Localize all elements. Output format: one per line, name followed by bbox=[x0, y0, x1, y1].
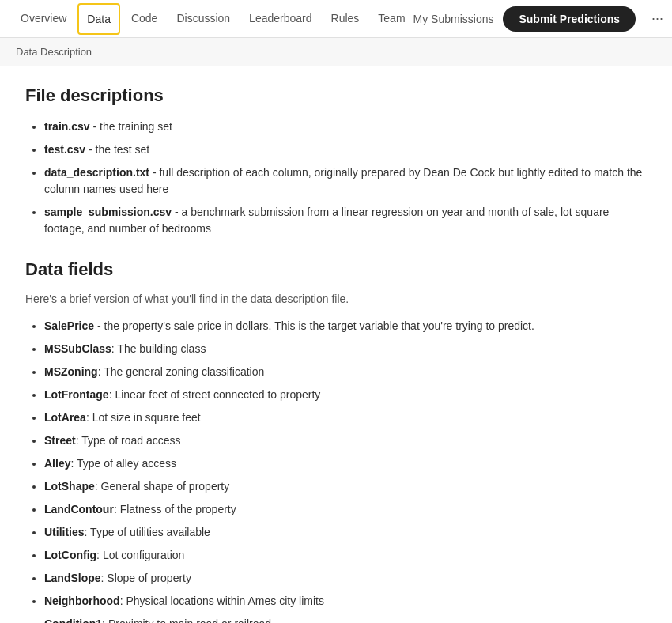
file-name: data_description.txt bbox=[44, 166, 149, 179]
list-item: Condition1: Proximity to main road or ra… bbox=[44, 616, 647, 623]
list-item: LotArea: Lot size in square feet bbox=[44, 410, 647, 426]
field-description: Flatness of the property bbox=[120, 503, 236, 515]
tab-code[interactable]: Code bbox=[123, 1, 165, 37]
file-separator: - bbox=[89, 143, 96, 156]
list-item: Street: Type of road access bbox=[44, 432, 647, 449]
field-name: LotFrontage bbox=[44, 388, 109, 401]
tab-team[interactable]: Team bbox=[370, 1, 413, 37]
field-name: MSSubClass bbox=[44, 342, 111, 355]
list-item: sample_submission.csv - a benchmark subm… bbox=[44, 204, 647, 237]
field-description: Type of road access bbox=[81, 434, 180, 447]
nav-tabs: Overview Data Code Discussion Leaderboar… bbox=[13, 1, 413, 37]
nav-bar: Overview Data Code Discussion Leaderboar… bbox=[0, 0, 672, 38]
field-description: The general zoning classification bbox=[104, 365, 264, 378]
list-item: LotFrontage: Linear feet of street conne… bbox=[44, 387, 647, 403]
field-name: Neighborhood bbox=[44, 595, 120, 607]
field-description: Linear feet of street connected to prope… bbox=[115, 388, 320, 401]
file-name: sample_submission.csv bbox=[44, 206, 172, 218]
field-name: Street bbox=[44, 434, 76, 447]
file-description: the training set bbox=[100, 120, 172, 133]
data-fields-heading: Data fields bbox=[25, 259, 647, 280]
list-item: SalePrice - the property's sale price in… bbox=[44, 318, 647, 334]
field-name: LandContour bbox=[44, 503, 114, 515]
list-item: LandContour: Flatness of the property bbox=[44, 501, 647, 518]
field-description: Lot size in square feet bbox=[92, 411, 201, 424]
field-name: MSZoning bbox=[44, 365, 98, 378]
field-description: the property's sale price in dollars. Th… bbox=[104, 319, 534, 332]
my-submissions-link[interactable]: My Submissions bbox=[413, 13, 494, 25]
file-descriptions-heading: File descriptions bbox=[25, 85, 647, 106]
field-description: The building class bbox=[117, 342, 206, 355]
list-item: LandSlope: Slope of property bbox=[44, 570, 647, 587]
field-description: Physical locations within Ames city limi… bbox=[126, 595, 324, 607]
tab-rules[interactable]: Rules bbox=[323, 1, 368, 37]
list-item: MSSubClass: The building class bbox=[44, 341, 647, 357]
tab-data[interactable]: Data bbox=[77, 3, 120, 35]
main-content: File descriptions train.csv - the traini… bbox=[0, 66, 672, 623]
submit-predictions-button[interactable]: Submit Predictions bbox=[503, 6, 636, 32]
field-name: Condition1 bbox=[44, 617, 102, 623]
field-name: SalePrice bbox=[44, 319, 94, 332]
field-name: LotArea bbox=[44, 411, 86, 424]
list-item: data_description.txt - full description … bbox=[44, 164, 647, 198]
file-name: test.csv bbox=[44, 143, 85, 156]
tab-discussion[interactable]: Discussion bbox=[168, 1, 238, 37]
more-options-button[interactable]: ··· bbox=[645, 7, 670, 30]
tab-leaderboard[interactable]: Leaderboard bbox=[241, 1, 319, 37]
field-description: Type of alley access bbox=[77, 457, 176, 470]
tab-overview[interactable]: Overview bbox=[13, 1, 74, 37]
section-label-bar: Data Description bbox=[0, 38, 672, 66]
list-item: Alley: Type of alley access bbox=[44, 455, 647, 472]
list-item: Neighborhood: Physical locations within … bbox=[44, 593, 647, 610]
field-name: LotShape bbox=[44, 480, 95, 493]
list-item: train.csv - the training set bbox=[44, 119, 647, 135]
file-description: the test set bbox=[96, 143, 149, 156]
field-description: Lot configuration bbox=[103, 549, 185, 561]
field-description: Proximity to main road or railroad bbox=[108, 617, 271, 623]
list-item: LotConfig: Lot configuration bbox=[44, 547, 647, 564]
field-name: LandSlope bbox=[44, 572, 101, 584]
file-separator: - bbox=[175, 206, 182, 218]
file-separator: - bbox=[92, 120, 100, 133]
section-label: Data Description bbox=[16, 46, 92, 58]
field-description: General shape of property bbox=[101, 480, 230, 493]
data-fields-list: SalePrice - the property's sale price in… bbox=[25, 318, 647, 623]
field-name: LotConfig bbox=[44, 549, 96, 561]
list-item: Utilities: Type of utilities available bbox=[44, 524, 647, 541]
field-name: Alley bbox=[44, 457, 70, 470]
field-name: Utilities bbox=[44, 526, 85, 538]
file-descriptions-list: train.csv - the training set test.csv - … bbox=[25, 119, 647, 237]
data-fields-intro: Here's a brief version of what you'll fi… bbox=[25, 293, 647, 305]
file-name: train.csv bbox=[44, 120, 90, 133]
field-description: Type of utilities available bbox=[90, 526, 210, 538]
list-item: MSZoning: The general zoning classificat… bbox=[44, 364, 647, 380]
field-description: Slope of property bbox=[107, 572, 191, 584]
nav-right: My Submissions Submit Predictions ··· bbox=[413, 6, 670, 32]
list-item: LotShape: General shape of property bbox=[44, 478, 647, 495]
list-item: test.csv - the test set bbox=[44, 142, 647, 158]
